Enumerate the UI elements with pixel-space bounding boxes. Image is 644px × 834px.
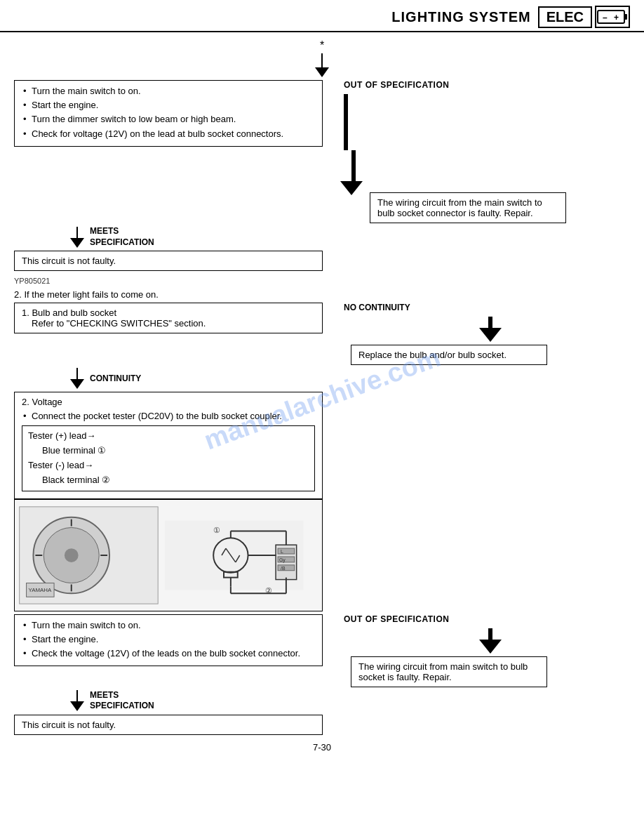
no-cont-box: Replace the bulb and/or bulb socket. xyxy=(351,345,547,365)
nc-shaft-1 xyxy=(488,317,492,328)
not-faulty-box-1: This circuit is not faulty. xyxy=(14,251,323,271)
os2-shaft xyxy=(488,628,492,640)
not-faulty-text-1: This circuit is not faulty. xyxy=(22,256,116,266)
section2-line1: 1. Bulb and bulb socket xyxy=(22,307,315,318)
star-symbol: * xyxy=(14,39,630,52)
section4-left-box: Turn the main switch to on. Start the en… xyxy=(14,614,323,667)
out-spec-flow-1: The wiring circuit from the main switch … xyxy=(344,150,630,223)
diagram-svg: YAMAHA L Gy xyxy=(15,500,322,611)
tester-info: Tester (+) lead→ Blue terminal ① Tester … xyxy=(22,425,315,491)
right-arrow-section1 xyxy=(344,94,630,150)
section1-bullet-list: Turn the main switch to on. Start the en… xyxy=(22,85,315,140)
bullet-2: Start the engine. xyxy=(22,99,315,112)
arrow-shaft-v-1 xyxy=(351,153,356,181)
out-spec-text-2: The wiring circuit from main switch to b… xyxy=(358,661,528,682)
section4: Turn the main switch to on. Start the en… xyxy=(14,614,630,687)
v-line-out1 xyxy=(344,94,348,150)
section3-left-box: 2. Voltage Connect the pocket tester (DC… xyxy=(14,392,323,498)
out-of-spec-row-1: OUT OF SPECIFICATION xyxy=(344,80,630,90)
arrow-down-1 xyxy=(315,53,329,77)
s4-bullet-1: Turn the main switch to on. xyxy=(22,619,315,632)
section2-line2: Refer to "CHECKING SWITCHES" section. xyxy=(22,318,315,329)
voltage-heading: 2. Voltage xyxy=(22,397,315,407)
svg-text:/B: /B xyxy=(281,565,286,570)
section4-right: OUT OF SPECIFICATION The wiring circuit … xyxy=(337,614,630,687)
os2-head xyxy=(479,640,502,654)
continuity-label: CONTINUITY xyxy=(90,373,141,383)
svg-rect-0 xyxy=(598,11,624,23)
svg-text:YAMAHA: YAMAHA xyxy=(29,587,52,593)
out-spec-2-arrows xyxy=(351,628,630,654)
section1-right: OUT OF SPECIFICATION xyxy=(337,80,630,223)
out-spec-box-2: The wiring circuit from main switch to b… xyxy=(351,656,547,687)
not-faulty-box-2: This circuit is not faulty. xyxy=(14,715,323,735)
continuity-arrow xyxy=(70,368,84,389)
section1-left-box: Turn the main switch to on. Start the en… xyxy=(14,80,323,147)
main-content: manualarchi​ve.com * Turn the main switc… xyxy=(0,32,644,767)
section3: 2. Voltage Connect the pocket tester (DC… xyxy=(14,392,630,611)
s4-bullet-2: Start the engine. xyxy=(22,633,315,646)
bullet-3: Turn the dimmer switch to low beam or hi… xyxy=(22,113,315,126)
page-number: 7-30 xyxy=(14,742,630,753)
s4-bullet-3: Check the voltage (12V) of the leads on … xyxy=(22,647,315,660)
voltage-bullet-1: Connect the pocket tester (DC20V) to the… xyxy=(22,410,315,423)
no-cont-arrows xyxy=(351,317,630,342)
tester-line-3: Tester (-) lead→ xyxy=(28,458,309,473)
no-continuity-row: NO CONTINUITY xyxy=(344,303,630,312)
voltage-bullets: Connect the pocket tester (DC20V) to the… xyxy=(22,410,315,423)
section2-right: NO CONTINUITY Replace the bulb and/or bu… xyxy=(337,303,630,365)
out-of-spec-label-1: OUT OF SPECIFICATION xyxy=(344,80,449,90)
section4-bullets: Turn the main switch to on. Start the en… xyxy=(22,619,315,661)
svg-text:L: L xyxy=(281,549,283,554)
section4-left: Turn the main switch to on. Start the en… xyxy=(14,614,337,667)
tester-line-2: Blue terminal ① xyxy=(28,444,309,458)
battery-icon: – + xyxy=(595,6,630,28)
bullet-4: Check for voltage (12V) on the lead at b… xyxy=(22,128,315,140)
step2-heading: 2. If the meter light fails to come on. xyxy=(14,289,630,300)
section1: Turn the main switch to on. Start the en… xyxy=(14,80,630,223)
meets-spec-row-2: MEETSSPECIFICATION xyxy=(70,690,630,712)
tester-line-1: Tester (+) lead→ xyxy=(28,429,309,444)
tester-line-4: Black terminal ② xyxy=(28,473,309,488)
code-ref: YP805021 xyxy=(14,277,630,285)
out-of-spec-label-2: OUT OF SPECIFICATION xyxy=(344,614,449,624)
svg-point-7 xyxy=(65,548,79,562)
meets-spec-label-1: MEETSSPECIFICATION xyxy=(90,226,154,248)
arrow-from-star xyxy=(14,53,630,77)
no-continuity-label: NO CONTINUITY xyxy=(344,303,410,312)
section2-left: 1. Bulb and bulb socket Refer to "CHECKI… xyxy=(14,303,337,333)
out-spec-text-1: The wiring circuit from the main switch … xyxy=(377,197,542,218)
out-of-spec-row-2: OUT OF SPECIFICATION xyxy=(344,614,630,624)
svg-text:+: + xyxy=(614,13,619,22)
nc-head xyxy=(479,328,502,342)
page-title: LIGHTING SYSTEM xyxy=(391,9,530,25)
svg-text:Gy: Gy xyxy=(279,557,286,562)
out-spec-arrows-1 xyxy=(344,150,363,195)
arrow-head-down-1 xyxy=(340,181,363,195)
svg-text:①: ① xyxy=(213,526,220,534)
circuit-diagram: YAMAHA L Gy xyxy=(14,499,323,611)
svg-text:–: – xyxy=(603,13,608,22)
svg-rect-1 xyxy=(624,14,627,20)
meets-spec-arrow-1 xyxy=(70,227,84,248)
page-header: LIGHTING SYSTEM ELEC – + xyxy=(0,0,644,32)
out-spec-box-1: The wiring circuit from the main switch … xyxy=(370,192,566,223)
continuity-row: CONTINUITY xyxy=(70,368,630,389)
right-box-container-1: The wiring circuit from the main switch … xyxy=(344,150,630,223)
meets-spec-row-1: MEETSSPECIFICATION xyxy=(70,226,630,248)
elec-badge: ELEC xyxy=(538,6,592,28)
section2-left-box: 1. Bulb and bulb socket Refer to "CHECKI… xyxy=(14,303,323,333)
right-connector-1 xyxy=(344,94,348,150)
section1-left: Turn the main switch to on. Start the en… xyxy=(14,80,337,147)
no-cont-text: Replace the bulb and/or bulb socket. xyxy=(358,350,507,360)
not-faulty-text-2: This circuit is not faulty. xyxy=(22,720,116,730)
bullet-1: Turn the main switch to on. xyxy=(22,85,315,98)
meets-spec-arrow-2 xyxy=(70,690,84,711)
meets-spec-label-2: MEETSSPECIFICATION xyxy=(90,690,154,712)
section2: 1. Bulb and bulb socket Refer to "CHECKI… xyxy=(14,303,630,365)
